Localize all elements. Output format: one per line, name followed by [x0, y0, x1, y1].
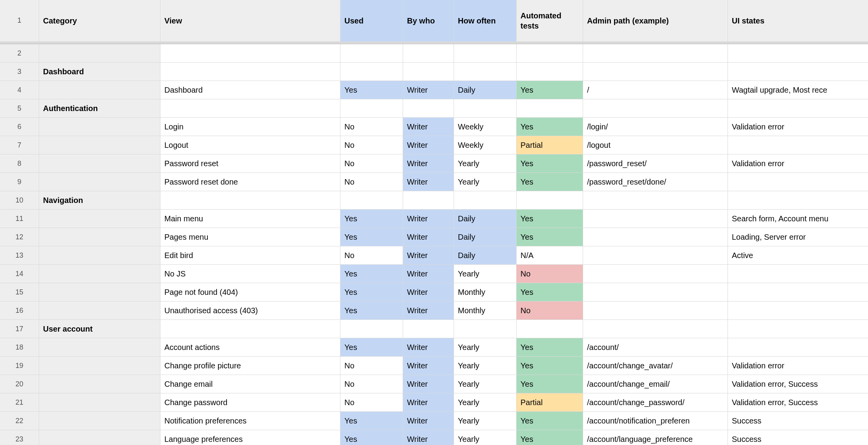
used-cell[interactable]: No — [340, 136, 403, 154]
states-cell[interactable]: Search form, Account menu — [728, 210, 868, 228]
used-cell[interactable]: Yes — [340, 228, 403, 246]
howoften-cell[interactable]: Yearly — [454, 265, 517, 283]
row-number[interactable]: 10 — [0, 191, 39, 209]
row-number[interactable]: 23 — [0, 430, 39, 445]
howoften-cell[interactable]: Yearly — [454, 357, 517, 375]
view-cell[interactable]: Account actions — [160, 338, 340, 356]
path-cell[interactable]: /account/change_email/ — [583, 375, 728, 393]
view-cell[interactable]: Logout — [160, 136, 340, 154]
states-cell[interactable] — [728, 338, 868, 356]
path-cell[interactable]: /account/change_avatar/ — [583, 357, 728, 375]
states-cell[interactable]: Validation error — [728, 154, 868, 172]
bywho-cell[interactable]: Writer — [403, 265, 454, 283]
howoften-cell[interactable]: Yearly — [454, 430, 517, 445]
path-cell[interactable]: /login/ — [583, 118, 728, 136]
bywho-cell[interactable]: Writer — [403, 228, 454, 246]
tests-cell[interactable]: Yes — [517, 118, 583, 136]
used-cell[interactable] — [340, 44, 403, 62]
row-number[interactable]: 11 — [0, 210, 39, 228]
howoften-cell[interactable] — [454, 191, 517, 209]
states-cell[interactable]: Wagtail upgrade, Most rece — [728, 81, 868, 99]
row-number[interactable]: 18 — [0, 338, 39, 356]
path-cell[interactable] — [583, 320, 728, 338]
howoften-cell[interactable] — [454, 44, 517, 62]
tests-cell[interactable]: Yes — [517, 412, 583, 430]
view-cell[interactable] — [160, 191, 340, 209]
path-cell[interactable] — [583, 283, 728, 301]
tests-cell[interactable]: Yes — [517, 210, 583, 228]
path-cell[interactable] — [583, 265, 728, 283]
bywho-cell[interactable]: Writer — [403, 154, 454, 172]
howoften-cell[interactable] — [454, 63, 517, 81]
bywho-cell[interactable]: Writer — [403, 210, 454, 228]
bywho-cell[interactable]: Writer — [403, 136, 454, 154]
states-cell[interactable]: Success — [728, 412, 868, 430]
used-cell[interactable]: Yes — [340, 81, 403, 99]
path-cell[interactable]: / — [583, 81, 728, 99]
tests-cell[interactable] — [517, 320, 583, 338]
howoften-cell[interactable]: Yearly — [454, 412, 517, 430]
used-cell[interactable] — [340, 63, 403, 81]
category-cell[interactable] — [39, 393, 160, 411]
states-cell[interactable] — [728, 63, 868, 81]
view-cell[interactable]: Unauthorised access (403) — [160, 301, 340, 319]
used-cell[interactable]: No — [340, 154, 403, 172]
category-cell[interactable] — [39, 136, 160, 154]
tests-cell[interactable]: Partial — [517, 393, 583, 411]
states-cell[interactable] — [728, 173, 868, 191]
path-cell[interactable]: /account/language_preference — [583, 430, 728, 445]
row-number[interactable]: 17 — [0, 320, 39, 338]
header-path[interactable]: Admin path (example) — [583, 0, 728, 41]
bywho-cell[interactable]: Writer — [403, 412, 454, 430]
tests-cell[interactable]: N/A — [517, 246, 583, 264]
row-number[interactable]: 13 — [0, 246, 39, 264]
howoften-cell[interactable]: Weekly — [454, 136, 517, 154]
used-cell[interactable]: Yes — [340, 265, 403, 283]
row-number[interactable]: 2 — [0, 44, 39, 62]
states-cell[interactable] — [728, 265, 868, 283]
category-cell[interactable] — [39, 412, 160, 430]
bywho-cell[interactable] — [403, 63, 454, 81]
howoften-cell[interactable]: Yearly — [454, 393, 517, 411]
view-cell[interactable]: Change email — [160, 375, 340, 393]
header-howoften[interactable]: How often — [454, 0, 517, 41]
howoften-cell[interactable]: Daily — [454, 228, 517, 246]
howoften-cell[interactable]: Monthly — [454, 283, 517, 301]
bywho-cell[interactable] — [403, 44, 454, 62]
row-number[interactable]: 15 — [0, 283, 39, 301]
path-cell[interactable] — [583, 63, 728, 81]
used-cell[interactable]: Yes — [340, 301, 403, 319]
states-cell[interactable] — [728, 99, 868, 117]
path-cell[interactable] — [583, 210, 728, 228]
used-cell[interactable]: Yes — [340, 338, 403, 356]
view-cell[interactable] — [160, 320, 340, 338]
row-number[interactable]: 6 — [0, 118, 39, 136]
howoften-cell[interactable] — [454, 320, 517, 338]
states-cell[interactable] — [728, 301, 868, 319]
category-cell[interactable] — [39, 338, 160, 356]
category-cell[interactable]: User account — [39, 320, 160, 338]
bywho-cell[interactable]: Writer — [403, 301, 454, 319]
row-number[interactable]: 14 — [0, 265, 39, 283]
used-cell[interactable]: Yes — [340, 210, 403, 228]
tests-cell[interactable] — [517, 99, 583, 117]
row-number[interactable]: 19 — [0, 357, 39, 375]
category-cell[interactable] — [39, 81, 160, 99]
states-cell[interactable]: Validation error — [728, 118, 868, 136]
tests-cell[interactable] — [517, 63, 583, 81]
states-cell[interactable]: Loading, Server error — [728, 228, 868, 246]
howoften-cell[interactable]: Yearly — [454, 338, 517, 356]
bywho-cell[interactable]: Writer — [403, 283, 454, 301]
used-cell[interactable]: No — [340, 357, 403, 375]
bywho-cell[interactable]: Writer — [403, 246, 454, 264]
bywho-cell[interactable] — [403, 191, 454, 209]
category-cell[interactable] — [39, 210, 160, 228]
howoften-cell[interactable]: Yearly — [454, 173, 517, 191]
path-cell[interactable]: /password_reset/ — [583, 154, 728, 172]
view-cell[interactable]: Dashboard — [160, 81, 340, 99]
view-cell[interactable]: Notification preferences — [160, 412, 340, 430]
row-number[interactable]: 20 — [0, 375, 39, 393]
view-cell[interactable]: Pages menu — [160, 228, 340, 246]
used-cell[interactable] — [340, 320, 403, 338]
category-cell[interactable] — [39, 357, 160, 375]
